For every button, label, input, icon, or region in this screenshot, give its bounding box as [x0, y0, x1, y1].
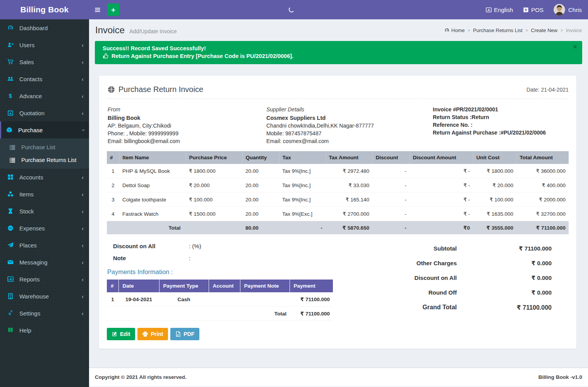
sidebar-item-sales[interactable]: Sales‹: [0, 53, 89, 70]
sidebar-item-stock[interactable]: Stock‹: [0, 203, 89, 220]
main-content: Invoice Add/Update Invoice Home>Purchase…: [89, 0, 588, 368]
items-table: #Item NamePurchase PriceQuantityTaxTax A…: [107, 151, 569, 234]
table-row: 2Dettol Soap₹ 20.00020.00Tax 9%[Inc.]₹ 3…: [107, 178, 569, 193]
alert-close-button[interactable]: ×: [573, 43, 577, 50]
sidebar-item-quotation[interactable]: Quotation‹: [0, 104, 89, 121]
col-discount-amount: Discount Amount: [410, 151, 473, 164]
cell: 1: [107, 164, 119, 178]
success-alert: × Success!! Record Saved Successfully! R…: [95, 41, 582, 64]
gears-icon: [7, 310, 14, 316]
cell: Fastrack Watch: [119, 207, 186, 221]
loading-spinner-icon: [289, 7, 295, 12]
footer: Copyright © 2021 All rights reserved. Bi…: [89, 368, 588, 386]
book-icon: [7, 327, 14, 333]
sidebar-item-label: Dashboard: [19, 25, 48, 31]
cell: 20.00: [242, 178, 279, 193]
table-row: 4Fastrack Watch₹ 1500.00020.00Tax 9%[Exc…: [107, 207, 569, 221]
payments-title: Payments Information :: [107, 268, 347, 276]
cell: ₹ 36000.000: [516, 164, 569, 178]
sidebar-item-label: Purchase List: [21, 144, 55, 150]
sidebar-item-purchase-returns-list[interactable]: Purchase Returns List: [0, 153, 89, 166]
sidebar-item-contacts[interactable]: Contacts‹: [0, 70, 89, 87]
grid-icon: [7, 174, 14, 180]
language-menu[interactable]: A English: [486, 7, 513, 13]
invoice-title: Purchase Return Invoice: [108, 85, 203, 94]
cell: Tax 9%[Exc.]: [279, 207, 326, 221]
cell: 1: [107, 292, 118, 307]
app-logo[interactable]: Billing Book: [0, 0, 89, 19]
sidebar-item-dashboard[interactable]: Dashboard: [0, 19, 89, 36]
alert-line2: Return Against Purchase Entry [Purchase …: [103, 53, 567, 59]
breadcrumb-invoice: Invoice: [566, 27, 582, 33]
list-icon: [9, 144, 15, 150]
sidebar-item-purchase-list[interactable]: Purchase List: [0, 141, 89, 153]
invoice-date: Date: 21-04-2021: [526, 87, 569, 93]
dashboard-icon: [7, 25, 14, 31]
breadcrumb: Home>Purchase Returns List>Create New>In…: [444, 27, 582, 33]
sidebar-toggle-button[interactable]: [89, 0, 106, 19]
sidebar-item-places[interactable]: Places‹: [0, 237, 89, 254]
sidebar-item-label: Reports: [19, 276, 40, 283]
sidebar-item-advance[interactable]: $Advance‹: [0, 87, 89, 104]
thumbs-up-icon: [103, 53, 109, 59]
user-menu[interactable]: Chris: [554, 4, 582, 15]
col-payment: Payment: [290, 280, 333, 292]
sidebar-item-label: Users: [19, 42, 34, 48]
col-: #: [107, 151, 119, 164]
edit-button[interactable]: Edit: [107, 328, 135, 340]
language-label: English: [494, 7, 513, 13]
sidebar-item-purchase[interactable]: Purchase‹: [0, 121, 89, 138]
total-cell: -: [279, 221, 326, 235]
from-block: From Billing Book AP: Belgaum, City:Chik…: [108, 106, 266, 145]
cell: ₹ 1800.000: [473, 164, 516, 178]
cell: 4: [107, 207, 119, 221]
sidebar-item-messaging[interactable]: Messaging‹: [0, 254, 89, 271]
chevron-left-icon: ‹: [82, 110, 84, 116]
sidebar-item-label: Purchase Returns List: [21, 157, 77, 163]
sidebar-item-accounts[interactable]: Accounts‹: [0, 169, 89, 186]
avatar: [554, 4, 565, 15]
sidebar-item-label: Settings: [19, 310, 40, 317]
version-text: Billing Book -v1.0: [538, 374, 582, 380]
sidebar-item-reports[interactable]: Reports‹: [0, 271, 89, 288]
sidebar-item-warehouse[interactable]: Warehouse‹: [0, 288, 89, 305]
users-icon: [7, 42, 14, 48]
sidebar-item-label: Expenses: [19, 225, 45, 232]
sidebar-item-help[interactable]: Help: [0, 322, 89, 339]
breadcrumb-home[interactable]: Home: [444, 27, 465, 33]
cell: -: [372, 193, 410, 207]
cell: ₹ -: [410, 193, 473, 207]
chevron-left-icon: ‹: [82, 59, 84, 65]
col-total-amount: Total Amount: [516, 151, 569, 164]
breadcrumb-create-new[interactable]: Create New: [531, 27, 558, 33]
sidebar-item-label: Messaging: [19, 259, 48, 266]
pdf-button[interactable]: PDF: [170, 328, 199, 340]
total-cell: ₹0: [410, 221, 473, 235]
invoice-card: Purchase Return Invoice Date: 21-04-2021…: [99, 76, 576, 349]
cell: Tax 9%[Inc.]: [279, 178, 326, 193]
sidebar-item-users[interactable]: Users‹: [0, 36, 89, 53]
copyright-text: Copyright © 2021 All rights reserved.: [95, 374, 187, 380]
quick-add-button[interactable]: +: [107, 3, 119, 16]
invoice-summary: Subtotal₹ 71100.000Other Charges₹ 0.000D…: [402, 240, 569, 340]
chevron-left-icon: ‹: [82, 174, 84, 180]
chevron-left-icon: ‹: [82, 76, 84, 82]
col-payment-note: Payment Note: [240, 280, 290, 292]
pos-label: POS: [531, 7, 543, 13]
cell: ₹ 400.000: [516, 178, 569, 193]
sidebar-item-settings[interactable]: Settings‹: [0, 305, 89, 322]
alert-line1: Success!! Record Saved Successfully!: [103, 45, 567, 51]
pos-button[interactable]: POS: [523, 7, 543, 13]
print-button[interactable]: Print: [137, 328, 168, 340]
total-cell: Total: [107, 221, 242, 235]
sidebar-item-expenses[interactable]: Expenses‹: [0, 220, 89, 237]
payments-total-value: ₹ 71100.000: [290, 307, 333, 321]
chevron-left-icon: ‹: [82, 42, 84, 48]
cell: 20.00: [242, 193, 279, 207]
sidebar-item-items[interactable]: Items‹: [0, 186, 89, 203]
summary-subtotal: Subtotal₹ 71100.000: [402, 245, 552, 252]
sidebar-item-label: Contacts: [19, 76, 42, 82]
payments-total-row: Total₹ 71100.000: [107, 307, 333, 321]
breadcrumb-purchase-returns-list[interactable]: Purchase Returns List: [473, 27, 523, 33]
summary-other-charges: Other Charges₹ 0.000: [402, 260, 552, 267]
